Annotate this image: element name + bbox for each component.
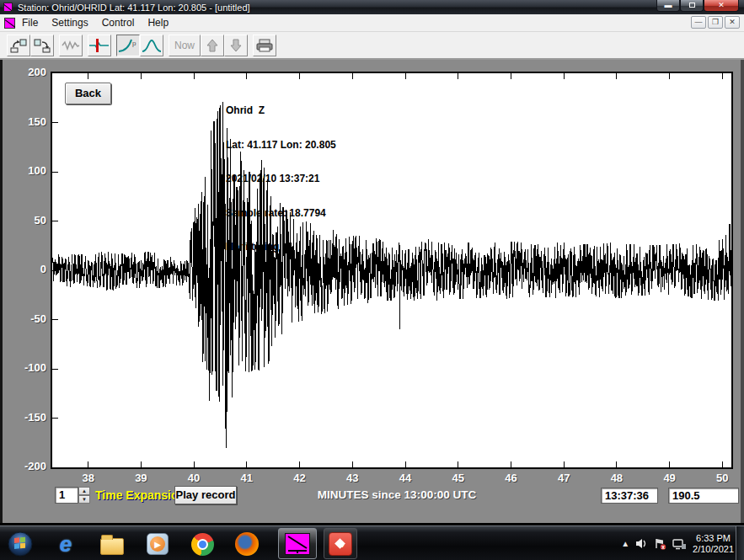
tray-chevron-icon[interactable]: ▲ — [621, 539, 629, 548]
seismogram-plot[interactable] — [51, 72, 733, 469]
scroll-up-button[interactable] — [201, 35, 224, 56]
pick-phase-button[interactable] — [88, 35, 111, 56]
trace-annotation: Ohrid Z Lat: 41.117 Lon: 20.805 2021/02/… — [226, 83, 336, 276]
svg-text:x: x — [661, 544, 665, 550]
scroll-down-button[interactable] — [224, 35, 248, 56]
print-button[interactable] — [253, 35, 276, 56]
time-expansion-label: Time Expansion — [95, 488, 185, 502]
menu-file[interactable]: File — [15, 15, 45, 30]
show-desktop-button[interactable] — [736, 526, 744, 560]
media-player-button[interactable]: ▶ — [144, 531, 171, 557]
cursor-time-field[interactable]: 13:37:36 — [601, 488, 658, 504]
internet-explorer-button[interactable]: e — [52, 531, 79, 557]
x-tick-label: 47 — [547, 472, 581, 484]
pick-phase-icon — [89, 38, 110, 53]
mdi-close-button[interactable]: ✕ — [725, 16, 740, 29]
x-tick-label: 44 — [388, 472, 422, 484]
x-tick-label: 41 — [230, 472, 264, 484]
x-tick-label: 40 — [177, 472, 211, 484]
firefox-button[interactable] — [233, 531, 260, 557]
bell-curve-button[interactable] — [140, 35, 163, 56]
clock-date: 2/10/2021 — [693, 544, 734, 555]
x-tick-label: 42 — [283, 472, 317, 484]
annotation-station: Ohrid Z — [226, 105, 336, 117]
menu-help[interactable]: Help — [141, 15, 175, 30]
menu-settings[interactable]: Settings — [45, 15, 94, 30]
x-tick-label: 50 — [705, 472, 739, 484]
restore-button[interactable] — [680, 0, 704, 12]
open-import-button[interactable] — [7, 35, 30, 56]
response-curve-icon: p — [118, 38, 138, 53]
y-tick-label: -150 — [4, 411, 46, 424]
menu-control[interactable]: Control — [95, 15, 142, 30]
taskbar-clock[interactable]: 6:33 PM 2/10/2021 — [693, 533, 734, 555]
y-tick-label: 150 — [4, 115, 46, 128]
action-center-flag-icon[interactable]: x — [654, 538, 666, 550]
annotation-datetime: 2021/02/10 13:37:21 — [226, 173, 336, 185]
open-import-icon — [10, 38, 27, 53]
x-tick-label: 38 — [72, 472, 105, 484]
toolbar: p Now — [0, 32, 744, 60]
scroll-down-icon — [229, 38, 243, 53]
y-tick-label: -100 — [4, 361, 46, 374]
media-player-icon: ▶ — [147, 533, 169, 555]
internet-explorer-icon: e — [60, 533, 72, 555]
y-tick-label: 100 — [4, 164, 46, 177]
save-export-button[interactable] — [30, 35, 54, 56]
mdi-minimize-button[interactable]: — — [691, 16, 706, 29]
mdi-child-icon[interactable] — [4, 18, 15, 29]
back-button[interactable]: Back — [65, 83, 111, 104]
response-curve-button[interactable]: p — [116, 35, 140, 56]
x-tick-label: 45 — [442, 472, 475, 484]
waveform-button[interactable] — [59, 35, 83, 56]
taskbar: e ▶ › ▲ — [0, 525, 744, 560]
expansion-up-button[interactable]: ▲ — [78, 487, 90, 495]
y-tick-label: -200 — [4, 460, 46, 472]
annotation-latlon: Lat: 41.117 Lon: 20.805 — [226, 140, 336, 152]
svg-text:p: p — [132, 40, 136, 47]
annotation-samplerate: Sample rate: 18.7794 — [226, 208, 336, 220]
seismograph-app-button[interactable] — [278, 528, 317, 559]
expansion-down-button[interactable]: ▼ — [78, 495, 90, 504]
window-title: Station: Ohrid/OHRID Lat: 41.117 Lon: 20… — [18, 3, 250, 13]
chrome-button[interactable] — [189, 531, 216, 557]
app-icon — [3, 3, 13, 12]
cursor-amplitude-field[interactable]: 190.5 — [668, 488, 739, 504]
remote-app-icon: › — [329, 532, 352, 556]
save-export-icon — [34, 38, 51, 53]
print-icon — [255, 38, 274, 53]
start-button[interactable] — [7, 531, 34, 557]
x-tick-label: 49 — [653, 472, 687, 484]
scroll-up-icon — [206, 38, 219, 53]
mdi-restore-button[interactable]: ❐ — [708, 16, 723, 29]
seismograph-app-icon — [285, 533, 310, 555]
menu-bar: File Settings Control Help — ❐ ✕ — [0, 14, 744, 32]
start-orb-icon — [8, 531, 33, 557]
volume-icon[interactable] — [635, 538, 648, 549]
network-icon[interactable] — [672, 538, 687, 550]
desktop: Station: Ohrid/OHRID Lat: 41.117 Lon: 20… — [0, 0, 744, 560]
seismogram-panel: -200-150-100-50050100150200 383940414243… — [0, 60, 744, 523]
now-button[interactable]: Now — [169, 35, 201, 56]
x-tick-label: 48 — [600, 472, 634, 484]
clock-time: 6:33 PM — [693, 533, 734, 544]
y-tick-label: -50 — [4, 312, 46, 325]
x-tick-label: 43 — [335, 472, 369, 484]
close-button[interactable]: ✕ — [704, 0, 739, 12]
file-explorer-icon — [100, 538, 124, 555]
waveform-icon — [62, 38, 80, 53]
title-bar[interactable]: Station: Ohrid/OHRID Lat: 41.117 Lon: 20… — [0, 0, 744, 14]
annotation-filter: No filtering — [226, 242, 336, 253]
file-explorer-button[interactable] — [99, 531, 126, 557]
y-tick-label: 200 — [4, 66, 46, 78]
bell-curve-icon — [142, 38, 162, 53]
time-expansion-value[interactable]: 1 — [55, 487, 78, 504]
firefox-icon — [235, 532, 259, 556]
y-tick-label: 50 — [4, 214, 46, 227]
remote-app-button[interactable]: › — [324, 528, 357, 559]
y-tick-label: 0 — [4, 263, 46, 275]
play-record-button[interactable]: Play record — [174, 486, 237, 504]
minimize-button[interactable]: ▬ — [656, 0, 680, 12]
chrome-icon — [191, 533, 214, 556]
x-tick-label: 39 — [124, 472, 158, 484]
